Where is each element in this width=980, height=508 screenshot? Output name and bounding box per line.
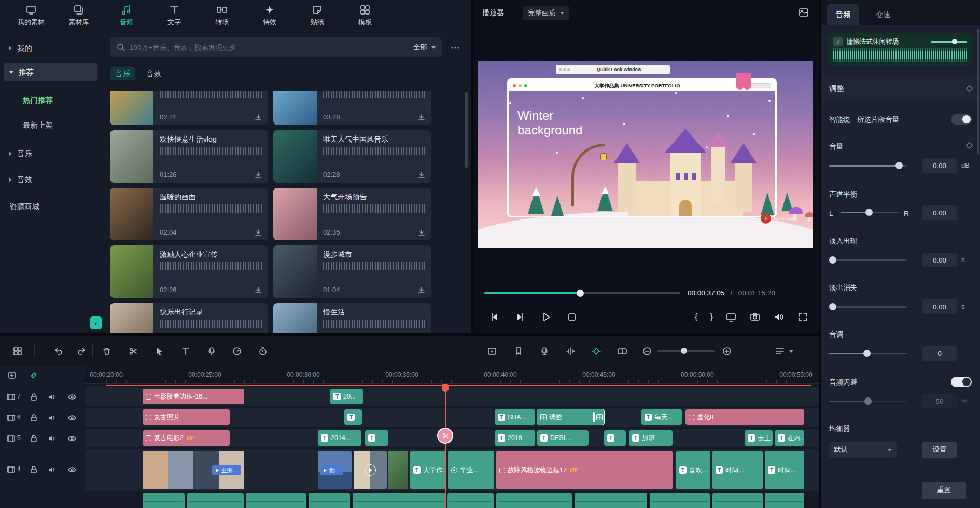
eye-icon[interactable] bbox=[67, 413, 77, 422]
search-input[interactable] bbox=[130, 44, 404, 51]
quality-dropdown[interactable]: 完整画质 bbox=[523, 6, 569, 20]
clip-volume-slider[interactable] bbox=[931, 38, 967, 45]
timeline-clip[interactable]: 虚化8 bbox=[685, 409, 804, 425]
audio-clip[interactable] bbox=[575, 493, 647, 508]
download-icon[interactable] bbox=[418, 286, 425, 294]
fade-out-value[interactable]: 0.00 bbox=[922, 299, 957, 314]
music-item[interactable]: 02:21 bbox=[110, 91, 268, 125]
music-item[interactable]: 温暖的画面 02:04 bbox=[110, 188, 268, 240]
audio-clip[interactable] bbox=[447, 493, 494, 508]
timeline-clip[interactable]: 时间... bbox=[712, 451, 763, 489]
zoom-in-icon[interactable] bbox=[722, 346, 732, 356]
timeline-clip[interactable] bbox=[604, 430, 626, 446]
music-item[interactable]: 激励人心企业宣传 02:26 bbox=[110, 245, 268, 298]
collapse-sidebar-icon[interactable]: ‹ bbox=[90, 316, 102, 329]
download-icon[interactable] bbox=[418, 114, 425, 121]
crop-ab-icon[interactable] bbox=[617, 346, 627, 356]
timeline-ruler[interactable]: 00:00:20:00 00:00:25:00 00:00:30:00 00:0… bbox=[85, 366, 819, 384]
video-preview[interactable]: Quick Look Window 大学作品集 UNIVERSITY PORTF… bbox=[478, 61, 813, 248]
more-icon[interactable] bbox=[450, 43, 460, 53]
audio-clip[interactable] bbox=[712, 493, 763, 508]
timeline-clip[interactable]: DESI... bbox=[537, 430, 589, 446]
smart-volume-toggle[interactable] bbox=[951, 114, 972, 125]
ducking-toggle[interactable] bbox=[951, 377, 972, 387]
audio-clip[interactable] bbox=[353, 493, 445, 508]
snapshot-icon[interactable] bbox=[749, 311, 761, 323]
redo-icon[interactable] bbox=[76, 346, 87, 356]
audio-clip[interactable] bbox=[309, 493, 350, 508]
fade-in-slider[interactable] bbox=[829, 256, 907, 264]
download-icon[interactable] bbox=[418, 171, 425, 179]
tab-audio[interactable]: 音频 bbox=[827, 4, 859, 25]
lock-icon[interactable] bbox=[29, 413, 38, 422]
next-frame-icon[interactable] bbox=[514, 311, 526, 323]
split-icon[interactable] bbox=[128, 346, 138, 356]
download-icon[interactable] bbox=[255, 114, 262, 121]
playhead-handle[interactable] bbox=[442, 384, 449, 391]
undo-icon[interactable] bbox=[53, 346, 64, 356]
nav-templates[interactable]: 模板 bbox=[344, 0, 386, 30]
timeline-clip[interactable]: 电影胶卷边框-16... bbox=[143, 389, 244, 404]
timeline-clip[interactable]: 喜欢... bbox=[676, 451, 710, 489]
music-item[interactable]: 漫步城市 01:04 bbox=[273, 245, 431, 298]
select-icon[interactable] bbox=[154, 346, 164, 356]
sidebar-item-music[interactable]: 音乐 bbox=[4, 144, 97, 163]
audio-clip[interactable] bbox=[187, 493, 244, 508]
delete-icon[interactable] bbox=[102, 346, 112, 356]
search-filter[interactable]: 全部 bbox=[413, 43, 427, 52]
layout-grid-icon[interactable] bbox=[12, 346, 23, 356]
balance-slider[interactable] bbox=[841, 209, 899, 216]
speaker-icon[interactable] bbox=[48, 392, 57, 402]
nav-effects[interactable]: 特效 bbox=[249, 0, 290, 30]
sidebar-item-sfx[interactable]: 音效 bbox=[4, 170, 97, 189]
timeline-clip[interactable]: 勃... bbox=[318, 451, 352, 489]
nav-transitions[interactable]: 转场 bbox=[201, 0, 243, 30]
nav-audio[interactable]: 音频 bbox=[106, 0, 147, 30]
eye-icon[interactable] bbox=[67, 392, 77, 402]
add-track-icon[interactable] bbox=[7, 370, 17, 380]
eye-icon[interactable] bbox=[67, 434, 77, 443]
timeline-clip[interactable]: 加班 bbox=[629, 430, 673, 446]
trim-handle[interactable] bbox=[593, 412, 595, 422]
sidebar-item-hot[interactable]: 热门推荐 bbox=[4, 91, 97, 109]
record-icon[interactable] bbox=[539, 346, 550, 356]
audio-clip[interactable] bbox=[765, 493, 804, 508]
tab-speed[interactable]: 变速 bbox=[867, 4, 899, 25]
keyframe-diamond-icon[interactable] bbox=[966, 85, 973, 92]
sidebar-item-newest[interactable]: 最新上架 bbox=[4, 116, 97, 134]
sidebar-item-recommended[interactable]: 推荐 bbox=[4, 63, 97, 81]
scissors-icon[interactable] bbox=[437, 428, 453, 444]
volume-value[interactable]: 0.00 bbox=[922, 158, 957, 173]
timeline-clip[interactable]: 复古电影2 VIP bbox=[143, 430, 230, 446]
music-item[interactable]: 慢生活 bbox=[273, 303, 431, 333]
fullscreen-icon[interactable] bbox=[797, 311, 808, 323]
download-icon[interactable] bbox=[418, 229, 425, 236]
timeline-clip[interactable]: 2018 bbox=[495, 430, 535, 446]
keyframe-diamond-icon[interactable] bbox=[966, 142, 973, 149]
download-icon[interactable] bbox=[255, 171, 262, 179]
slider-knob[interactable] bbox=[863, 350, 871, 357]
slider-knob[interactable] bbox=[895, 162, 903, 169]
lock-icon[interactable] bbox=[29, 392, 38, 402]
timeline-clip[interactable]: 每天... bbox=[641, 409, 682, 425]
tab-sfx[interactable]: 音效 bbox=[146, 69, 161, 79]
music-item[interactable]: 欢快惬意生活vlog 01:26 bbox=[110, 130, 268, 183]
timeline-clip[interactable]: 在内... bbox=[775, 430, 804, 446]
mirror-display-icon[interactable] bbox=[725, 311, 737, 323]
track-manager-icon[interactable] bbox=[775, 346, 785, 356]
nav-text[interactable]: 文字 bbox=[153, 0, 195, 30]
timeline-clip[interactable]: 20... bbox=[330, 389, 363, 404]
music-item[interactable]: 大气开场预告 02:35 bbox=[273, 188, 431, 240]
marker-icon[interactable] bbox=[513, 346, 524, 356]
fade-out-slider[interactable] bbox=[829, 303, 907, 310]
dropdown-caret-icon[interactable] bbox=[789, 350, 793, 353]
download-icon[interactable] bbox=[255, 229, 262, 236]
display-mode-icon[interactable] bbox=[798, 7, 809, 18]
tab-music[interactable]: 音乐 bbox=[110, 67, 135, 80]
nav-stickers[interactable]: 贴纸 bbox=[297, 0, 338, 30]
audio-clip[interactable] bbox=[246, 493, 306, 508]
music-item[interactable]: 唯美大气中国风音乐 02:28 bbox=[273, 130, 431, 183]
link-icon[interactable] bbox=[29, 370, 38, 380]
nav-media-library[interactable]: 素材库 bbox=[58, 0, 100, 30]
slider-knob[interactable] bbox=[829, 256, 836, 264]
